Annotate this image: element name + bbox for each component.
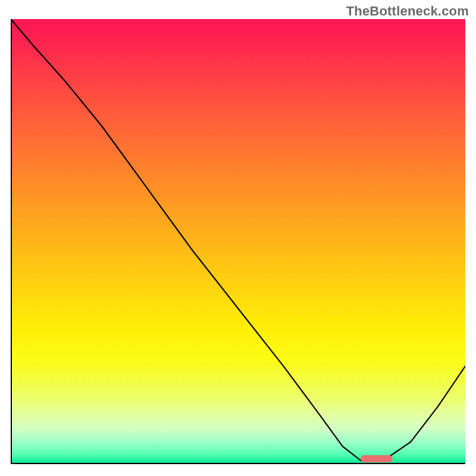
- y-axis: [11, 19, 12, 464]
- x-axis: [11, 463, 465, 464]
- chart-plot-area: [11, 19, 465, 464]
- watermark-text: TheBottleneck.com: [346, 4, 469, 19]
- optimal-range-marker: [361, 455, 392, 462]
- bottleneck-curve-line: [11, 19, 465, 461]
- chart-curve-svg: [11, 19, 465, 464]
